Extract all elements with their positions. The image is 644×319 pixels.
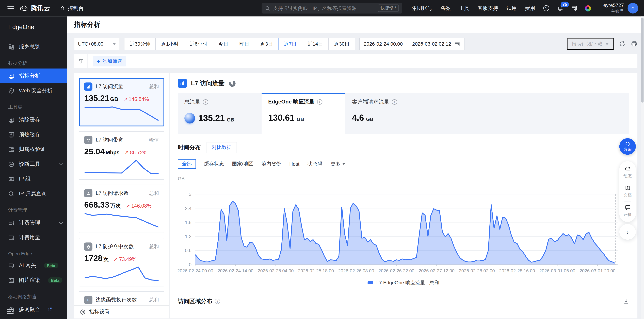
dim-tab-country[interactable]: 国家/地区: [232, 161, 253, 167]
dim-tab-host[interactable]: Host: [289, 161, 300, 167]
info-icon[interactable]: i: [317, 99, 322, 104]
card-l7-bandwidth[interactable]: L7 访问带宽 峰值 25.04 Mbps ↗86.72%: [79, 131, 164, 180]
nav-icp[interactable]: 备案: [441, 5, 451, 11]
chart-legend[interactable]: L7 EdgeOne 响应流量 - 总和: [178, 280, 629, 286]
sidebar-item-ip-lookup[interactable]: IP 归属查询: [0, 186, 67, 201]
page-scrollbar[interactable]: [641, 16, 644, 319]
info-icon[interactable]: i: [392, 99, 397, 104]
traffic-tabs: 总流量i 135.21 GB EdgeOne 响应流量i 130.61 GB: [178, 93, 629, 134]
consult-button[interactable]: 咨询: [620, 138, 636, 155]
time-range-group: 近30分钟 近1小时 近6小时 今日 昨日 近3日 近7日 近14日 近30日: [124, 38, 355, 50]
date-range-picker[interactable]: 2026-02-24 00:00 ~ 2026-03-02 02:12: [360, 38, 465, 50]
nav-group-account[interactable]: 集团账号: [412, 5, 432, 11]
nav-billing[interactable]: 费用: [525, 5, 535, 11]
console-settings-icon[interactable]: [571, 5, 578, 11]
console-link[interactable]: 控制台: [60, 4, 84, 12]
range-14d-button[interactable]: 近14日: [302, 38, 329, 50]
sidebar-item-image-render[interactable]: 图片渲染 Beta: [0, 273, 67, 288]
info-icon[interactable]: i: [215, 299, 220, 304]
timezone-select[interactable]: UTC+08:00: [74, 38, 120, 50]
notification-bell-icon[interactable]: 75: [557, 5, 564, 11]
sidebar-item-purge-cache[interactable]: 清除缓存: [0, 112, 67, 127]
app-swirl-icon[interactable]: [585, 5, 591, 11]
range-30d-button[interactable]: 近30日: [328, 38, 355, 50]
donut-chart-toggle-icon[interactable]: [229, 80, 236, 87]
product-name: EdgeOne: [0, 16, 67, 36]
refresh-icon[interactable]: [619, 40, 626, 47]
tab-edgeone-response-traffic[interactable]: EdgeOne 响应流量i 130.61 GB: [262, 93, 346, 134]
legend-label: L7 EdgeOne 响应流量 - 总和: [376, 280, 440, 286]
feedback-item[interactable]: 评价: [624, 204, 632, 218]
sidebar-collapse-icon[interactable]: [6, 309, 14, 314]
tab-total-traffic[interactable]: 总流量i 135.21 GB: [178, 93, 262, 134]
card-edge-function[interactable]: fx 边缘函数执行次数 总和: [79, 292, 164, 305]
tab-value: 130.61: [268, 113, 295, 123]
avatar[interactable]: e: [628, 3, 638, 13]
info-icon[interactable]: i: [203, 99, 208, 104]
dim-tab-more[interactable]: 更多: [330, 161, 345, 167]
account-info[interactable]: eyre5727 主账号: [603, 2, 624, 14]
sidebar-item-label: 服务总览: [19, 43, 40, 50]
dim-tab-cache-status[interactable]: 缓存状态: [204, 161, 224, 167]
trend-up-icon: ↗: [123, 96, 128, 102]
sidebar-item-ip-group[interactable]: IP IP 组: [0, 171, 67, 186]
sidebar-item-metrics[interactable]: 指标分析: [0, 68, 67, 83]
docs-item[interactable]: 文档: [624, 185, 632, 198]
sidebar-item-diagnostics[interactable]: 诊断工具: [0, 157, 67, 172]
dim-tab-all[interactable]: 全部: [178, 159, 196, 169]
hamburger-menu-icon[interactable]: [8, 6, 14, 10]
card-l7-traffic[interactable]: L7 访问流量 总和 135.21 GB ↗146.84%: [79, 78, 164, 126]
card-l7-security-hits[interactable]: L7 防护命中次数 总和 1728 次 ↗73.49%: [79, 238, 164, 286]
card-title: L7 访问带宽: [96, 136, 146, 143]
floating-expand-button[interactable]: ›: [620, 224, 636, 240]
svg-text:2026-02-27 12:00: 2026-02-27 12:00: [419, 268, 454, 273]
report-subscribe-download-button[interactable]: 报表订阅/下载: [567, 38, 614, 50]
chevron-down-icon: [59, 161, 63, 165]
sidebar-item-label: 归属权验证: [19, 146, 46, 153]
search-placeholder: 支持通过实例ID、IP、名称等搜索资源: [273, 5, 375, 11]
tab-value: 4.6: [352, 113, 364, 123]
sidebar-item-billing-usage[interactable]: 计费用量: [0, 230, 67, 245]
tab-client-request-traffic[interactable]: 客户端请求流量i 4.6 GB: [346, 93, 429, 134]
range-yesterday-button[interactable]: 昨日: [234, 38, 255, 50]
news-item[interactable]: 动态: [624, 166, 632, 179]
sidebar-item-ai-gateway[interactable]: AI 网关 Beta: [0, 258, 67, 273]
metrics-monitor-icon: [8, 73, 14, 79]
sidebar-item-overview[interactable]: 服务总览: [0, 39, 67, 54]
card-l7-requests[interactable]: L7 访问请求数 总和 668.33 万次 ↗146.08%: [79, 185, 164, 233]
add-filter-button[interactable]: + 添加筛选: [93, 56, 126, 66]
billing-icon: [8, 220, 14, 226]
svg-text:0: 0: [189, 262, 192, 267]
nav-support[interactable]: 客服支持: [478, 5, 498, 11]
sidebar-item-prefetch-cache[interactable]: 预热缓存: [0, 127, 67, 142]
dim-tab-status-code[interactable]: 状态码: [308, 161, 322, 167]
sidebar-item-label: 诊断工具: [19, 161, 40, 168]
range-1h-button[interactable]: 近1小时: [156, 38, 184, 50]
filter-funnel-cell[interactable]: [74, 54, 88, 68]
ownership-icon: [8, 146, 14, 152]
dim-tab-province[interactable]: 境内省份: [261, 161, 281, 167]
card-title: 边缘函数执行次数: [96, 297, 146, 303]
image-icon: [8, 277, 14, 283]
nav-trial[interactable]: 试用: [506, 5, 517, 11]
sidebar-item-billing[interactable]: 计费管理: [0, 215, 67, 230]
download-icon[interactable]: [623, 299, 629, 305]
s-circle-icon[interactable]: S: [543, 5, 550, 11]
metric-settings-button[interactable]: 指标设置: [74, 305, 169, 318]
compare-data-button[interactable]: 对比数据: [207, 142, 237, 153]
range-3d-button[interactable]: 近3日: [254, 38, 278, 50]
timezone-value: UTC+08:00: [78, 41, 103, 47]
range-today-button[interactable]: 今日: [213, 38, 234, 50]
range-7d-button[interactable]: 近7日: [278, 38, 302, 50]
tencent-cloud-logo[interactable]: 腾讯云: [20, 4, 50, 12]
person-icon: [84, 189, 92, 197]
range-30min-button[interactable]: 近30分钟: [124, 38, 156, 50]
sidebar-item-ownership[interactable]: 归属权验证: [0, 142, 67, 157]
plus-icon: +: [97, 59, 100, 64]
sidebar-item-web-security[interactable]: Web 安全分析: [0, 83, 67, 98]
printer-icon[interactable]: [631, 40, 638, 47]
scrollbar-thumb[interactable]: [641, 18, 644, 103]
nav-tools[interactable]: 工具: [459, 5, 469, 11]
global-search-input[interactable]: 支持通过实例ID、IP、名称等搜索资源 快捷键 /: [262, 3, 402, 13]
range-6h-button[interactable]: 近6小时: [184, 38, 213, 50]
